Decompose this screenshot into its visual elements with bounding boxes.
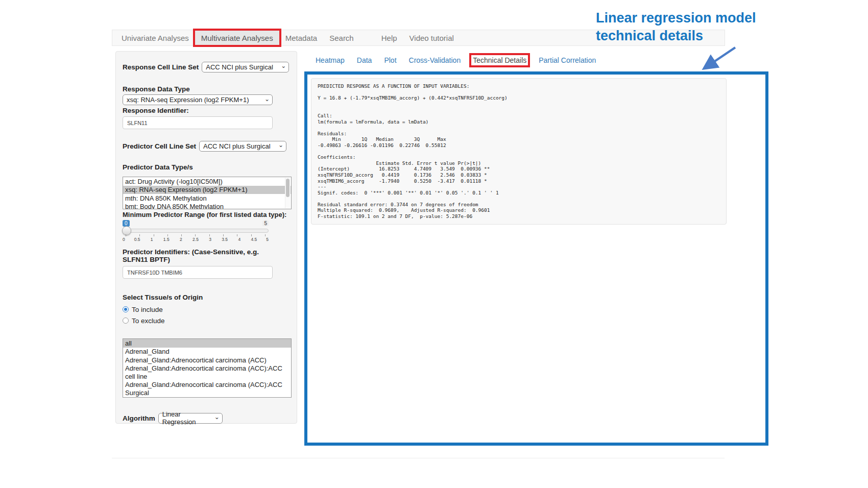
nav-item-label: Video tutorial xyxy=(409,34,454,42)
listbox-option[interactable]: Adrenal_Gland xyxy=(123,348,291,356)
tab-plot[interactable]: Plot xyxy=(384,56,396,64)
algorithm-value: Linear Regression xyxy=(162,410,211,426)
algorithm-row: Algorithm Linear Regression ⌄ xyxy=(123,412,290,424)
predictor-cell-line-set-value: ACC NCI plus Surgical xyxy=(203,142,271,150)
nav-item-label: Metadata xyxy=(285,34,318,42)
tab-label: Technical Details xyxy=(473,56,526,64)
listbox-option[interactable]: Adrenal_Gland:Adrenocortical carcinoma (… xyxy=(123,381,285,397)
tab-technical-details[interactable]: Technical Details xyxy=(473,56,526,64)
analysis-tabs: Heatmap Data Plot Cross-Validation Techn… xyxy=(316,53,596,67)
tab-cross-validation[interactable]: Cross-Validation xyxy=(409,56,461,64)
nav-item-label: Search xyxy=(329,34,354,42)
response-cell-line-set-row: Response Cell Line Set ACC NCI plus Surg… xyxy=(123,61,290,72)
listbox-scrollbar[interactable] xyxy=(285,178,291,208)
tab-partial-correlation[interactable]: Partial Correlation xyxy=(539,56,596,64)
response-cell-line-set-value: ACC NCI plus Surgical xyxy=(206,63,273,71)
radio-button-icon xyxy=(123,306,129,312)
nav-item-univariate-analyses[interactable]: Univariate Analyses xyxy=(115,30,195,45)
annotation-line-1: Linear regression model xyxy=(596,9,756,27)
slider-track[interactable] xyxy=(123,229,269,233)
radio-label: To include xyxy=(132,306,163,313)
tissue-origin-listbox[interactable]: all Adrenal_Gland Adrenal_Gland:Adrenoco… xyxy=(123,338,292,398)
nav-item-label: Help xyxy=(381,34,397,42)
chevron-down-icon: ⌄ xyxy=(264,95,270,103)
annotation-text: Linear regression model technical detail… xyxy=(596,9,756,45)
tissue-origin-label: Select Tissue/s of Origin xyxy=(123,294,290,301)
listbox-option-selected[interactable]: xsq: RNA-seq Expression (log2 FPKM+1) xyxy=(123,186,291,194)
response-data-type-label: Response Data Type xyxy=(123,85,290,93)
predictor-identifiers-label: Predictor Identifiers: (Case-Sensitive, … xyxy=(123,248,276,263)
nav-item-help[interactable]: Help xyxy=(375,30,403,45)
predictor-identifiers-input[interactable] xyxy=(123,266,273,279)
response-data-type-select[interactable]: xsq: RNA-seq Expression (log2 FPKM+1) ⌄ xyxy=(123,94,273,105)
response-identifier-input[interactable] xyxy=(123,116,273,129)
predictor-cell-line-set-select[interactable]: ACC NCI plus Surgical ⌄ xyxy=(199,141,286,152)
response-identifier-label: Response Identifier: xyxy=(123,107,290,114)
listbox-option[interactable]: act: Drug Activity (-log10[IC50M]) xyxy=(123,177,291,186)
response-data-type-value: xsq: RNA-seq Expression (log2 FPKM+1) xyxy=(127,96,249,104)
predictor-cell-line-set-label: Predictor Cell Line Set xyxy=(123,142,196,150)
nav-item-video-tutorial[interactable]: Video tutorial xyxy=(403,30,460,45)
nav-item-label: Multivariate Analyses xyxy=(201,34,273,42)
annotation-arrow-icon xyxy=(696,44,739,74)
sidebar-panel: Response Cell Line Set ACC NCI plus Surg… xyxy=(115,51,297,424)
scrollbar-thumb[interactable] xyxy=(286,179,290,197)
model-summary-output: PREDICTED RESPONSE AS A FUNCTION OF INPU… xyxy=(311,78,727,225)
chevron-down-icon: ⌄ xyxy=(214,413,220,421)
bottom-divider xyxy=(112,458,725,458)
min-predictor-range-slider[interactable]: 0 5 0 0.5 1 1.5 2 2.5 3 3.5 4 4.5 5 xyxy=(123,220,269,241)
tab-data[interactable]: Data xyxy=(357,56,372,64)
chevron-down-icon: ⌄ xyxy=(281,62,286,69)
chevron-down-icon: ⌄ xyxy=(278,141,283,149)
slider-ticks xyxy=(126,234,266,236)
listbox-option[interactable]: bmt: Body DNA 850K Methylation xyxy=(123,203,291,210)
predictor-data-types-listbox[interactable]: act: Drug Activity (-log10[IC50M]) xsq: … xyxy=(123,177,292,209)
radio-label: To exclude xyxy=(132,317,165,325)
predictor-cell-line-set-row: Predictor Cell Line Set ACC NCI plus Sur… xyxy=(123,140,290,152)
radio-button-icon xyxy=(123,318,129,324)
nav-item-label: Univariate Analyses xyxy=(122,34,189,42)
algorithm-select[interactable]: Linear Regression ⌄ xyxy=(158,413,223,424)
listbox-option[interactable]: Adrenal_Gland:Adrenocortical carcinoma (… xyxy=(123,364,285,381)
response-cell-line-set-label: Response Cell Line Set xyxy=(123,63,199,71)
listbox-option[interactable]: mth: DNA 850K Methylation xyxy=(123,194,291,203)
response-cell-line-set-select[interactable]: ACC NCI plus Surgical ⌄ xyxy=(202,62,289,72)
tab-heatmap[interactable]: Heatmap xyxy=(316,56,345,64)
predictor-data-types-label: Predictor Data Type/s xyxy=(123,163,290,171)
page: Univariate Analyses Multivariate Analyse… xyxy=(0,0,868,488)
nav-item-metadata[interactable]: Metadata xyxy=(279,30,324,45)
slider-tick-labels: 0 0.5 1 1.5 2 2.5 3 3.5 4 4.5 5 xyxy=(123,237,269,242)
nav-item-search[interactable]: Search xyxy=(323,30,360,45)
slider-max-label: 5 xyxy=(262,221,269,226)
algorithm-label: Algorithm xyxy=(123,414,155,422)
radio-to-include[interactable]: To include xyxy=(123,305,290,314)
nav-item-multivariate-analyses[interactable]: Multivariate Analyses xyxy=(195,30,279,45)
annotation-line-2: technical details xyxy=(596,27,756,45)
min-predictor-range-label: Minimum Predictor Range (for first liste… xyxy=(123,211,290,218)
listbox-option[interactable]: Adrenal_Gland:Adrenocortical carcinoma (… xyxy=(123,356,291,364)
radio-to-exclude[interactable]: To exclude xyxy=(123,316,290,325)
technical-details-panel: PREDICTED RESPONSE AS A FUNCTION OF INPU… xyxy=(304,71,768,446)
listbox-option-selected[interactable]: all xyxy=(123,339,291,348)
